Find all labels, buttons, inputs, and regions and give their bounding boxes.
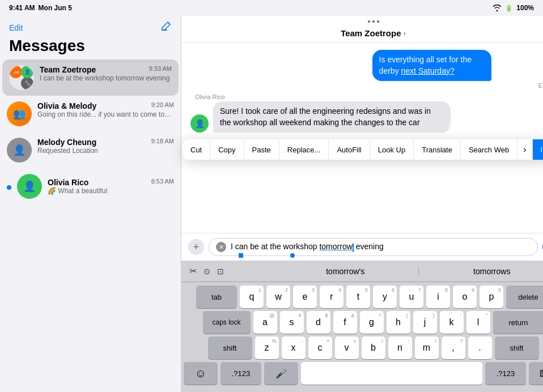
key-return[interactable]: return: [493, 311, 544, 334]
key-x[interactable]: -x: [282, 336, 306, 359]
key-numbers-right[interactable]: .?123: [485, 362, 526, 385]
key-z[interactable]: %z: [255, 336, 279, 359]
conversation-item-melody-cheung[interactable]: 👤 Melody Cheung 9:18 AM Requested Locati…: [0, 132, 181, 168]
battery-percent: 100%: [516, 4, 534, 12]
context-translate[interactable]: Translate: [414, 139, 461, 160]
status-time: 9:41 AM: [9, 4, 35, 12]
messages-list-header: Edit: [0, 16, 181, 37]
chat-input-wrapper: ✕ I can be at the workshop tomorrow even…: [209, 238, 538, 256]
key-p[interactable]: 0p: [480, 286, 503, 308]
key-h[interactable]: (h: [387, 311, 410, 334]
avatar-melody-cheung: 👤: [7, 138, 32, 163]
message-input[interactable]: I can be at the workshop tomorrow evenin…: [231, 242, 531, 252]
key-d[interactable]: $d: [307, 311, 330, 334]
clear-input-button[interactable]: ✕: [216, 242, 226, 252]
avatar-team-zoetrope: 🏎 🔧 👤: [9, 65, 34, 90]
key-l[interactable]: "l: [466, 311, 490, 334]
paste-tool-icon[interactable]: ⊡: [215, 266, 226, 277]
key-m[interactable]: !m: [415, 336, 439, 359]
message-link[interactable]: next Saturday?: [401, 66, 455, 75]
conversation-item-olivia-melody[interactable]: 👥 Olivia & Melody 9:20 AM Going on this …: [0, 96, 181, 132]
autocomplete-suggestions: tomorrow's tomorrows: [272, 265, 543, 278]
key-r[interactable]: 4r: [320, 286, 343, 308]
key-mic[interactable]: 🎤: [264, 362, 298, 385]
key-i[interactable]: 8i: [426, 286, 450, 308]
wifi-icon: [493, 5, 502, 11]
autocomplete-suggestion-1[interactable]: tomorrows: [419, 265, 544, 278]
chat-messages: Is everything all set for the derby next…: [181, 43, 543, 233]
key-keyboard[interactable]: ⌨: [529, 362, 543, 385]
key-delete[interactable]: delete: [506, 286, 543, 308]
status-date: Mon Jun 5: [39, 4, 72, 12]
context-lookup[interactable]: Look Up: [370, 139, 414, 160]
messages-panel: Edit Messages 🏎 🔧 👤 Tea: [0, 16, 181, 392]
conversation-content: Olivia & Melody 9:20 AM Going on this ri…: [37, 101, 174, 118]
key-period[interactable]: ..: [468, 336, 492, 359]
conversation-time: 9:33 AM: [149, 65, 172, 74]
key-tab[interactable]: tab: [196, 286, 237, 308]
conversation-name: Melody Cheung: [37, 138, 96, 147]
context-paste[interactable]: Paste: [244, 139, 279, 160]
key-capslock[interactable]: caps lock: [203, 311, 251, 334]
key-g[interactable]: *g: [360, 311, 384, 334]
key-numbers-left[interactable]: .?123: [220, 362, 261, 385]
conversation-time: 8:53 AM: [151, 178, 174, 187]
edited-label: Edited: [372, 82, 543, 89]
autocomplete-suggestion-0[interactable]: tomorrow's: [272, 265, 419, 278]
key-j[interactable]: )j: [413, 311, 437, 334]
key-space[interactable]: [301, 362, 482, 385]
key-k[interactable]: 'k: [440, 311, 464, 334]
key-shift-left[interactable]: shift: [208, 336, 252, 359]
chat-title: Team Zoetrope: [341, 28, 401, 38]
conversation-name: Team Zoetrope: [40, 65, 96, 74]
avatar-sender: 👤: [190, 114, 209, 133]
conversation-preview: I can be at the workshop tomorrow evenin…: [40, 74, 172, 82]
add-attachment-button[interactable]: +: [188, 239, 204, 255]
key-q[interactable]: 1q: [240, 286, 264, 308]
copy-tool-icon[interactable]: ⊙: [201, 266, 213, 277]
conversation-preview: Requested Location: [37, 147, 174, 155]
edit-button[interactable]: Edit: [9, 23, 23, 32]
message-row: 👤 Sure! I took care of all the engineeri…: [190, 101, 543, 133]
compose-button[interactable]: [160, 20, 172, 35]
cut-tool-icon[interactable]: ✂: [187, 265, 199, 278]
key-comma[interactable]: ?,: [442, 336, 465, 359]
key-w[interactable]: 2w: [266, 286, 290, 308]
key-n[interactable]: :n: [388, 336, 412, 359]
key-s[interactable]: #s: [280, 311, 304, 334]
conversation-item-team-zoetrope[interactable]: 🏎 🔧 👤 Team Zoetrope 9:33 AM I can be at …: [2, 59, 179, 96]
key-t[interactable]: 5t: [346, 286, 370, 308]
conversation-time: 9:20 AM: [151, 101, 174, 110]
keyboard-row-1: tab 1q 2w 3e 4r 5t 6y 7u 8i 9o 0p delete: [184, 286, 543, 308]
status-bar-left: 9:41 AM Mon Jun 5: [9, 4, 72, 12]
context-copy[interactable]: Copy: [210, 139, 244, 160]
key-a[interactable]: @a: [253, 311, 277, 334]
context-search-web[interactable]: Search Web: [461, 139, 517, 160]
key-f[interactable]: &f: [333, 311, 357, 334]
context-autofill[interactable]: AutoFill: [329, 139, 370, 160]
chat-panel: Team Zoetrope › Is everything all set fo…: [181, 16, 543, 392]
message-row-incoming: Olivia Rico 👤 Sure! I took care of all t…: [190, 93, 543, 133]
context-replace[interactable]: Replace...: [279, 139, 329, 160]
sender-name: Olivia Rico: [195, 93, 543, 100]
key-c[interactable]: +c: [308, 336, 332, 359]
context-more-button[interactable]: ›: [517, 139, 532, 160]
conversation-content: Melody Cheung 9:18 AM Requested Location: [37, 138, 174, 155]
key-o[interactable]: 9o: [453, 286, 477, 308]
chat-header: Team Zoetrope ›: [181, 16, 543, 43]
key-shift-right[interactable]: shift: [495, 336, 539, 359]
context-cut[interactable]: Cut: [183, 139, 210, 160]
unread-indicator: [7, 185, 11, 190]
conversation-name: Olivia & Melody: [37, 101, 96, 110]
key-v[interactable]: =v: [335, 336, 359, 359]
key-b[interactable]: /b: [362, 336, 385, 359]
chat-header-chevron-icon[interactable]: ›: [404, 29, 406, 37]
key-emoji[interactable]: ☺: [184, 362, 218, 385]
key-e[interactable]: 3e: [293, 286, 317, 308]
conversation-item-olivia-rico[interactable]: 👤 Olivia Rico 8:53 AM 🌈 What a beautiful: [0, 168, 181, 204]
key-u[interactable]: 7u: [400, 286, 423, 308]
key-y[interactable]: 6y: [373, 286, 397, 308]
context-extra[interactable]: I can do?: [533, 139, 543, 160]
message-row-outgoing: Is everything all set for the derby next…: [190, 50, 543, 89]
main-layout: Edit Messages 🏎 🔧 👤 Tea: [0, 16, 543, 392]
